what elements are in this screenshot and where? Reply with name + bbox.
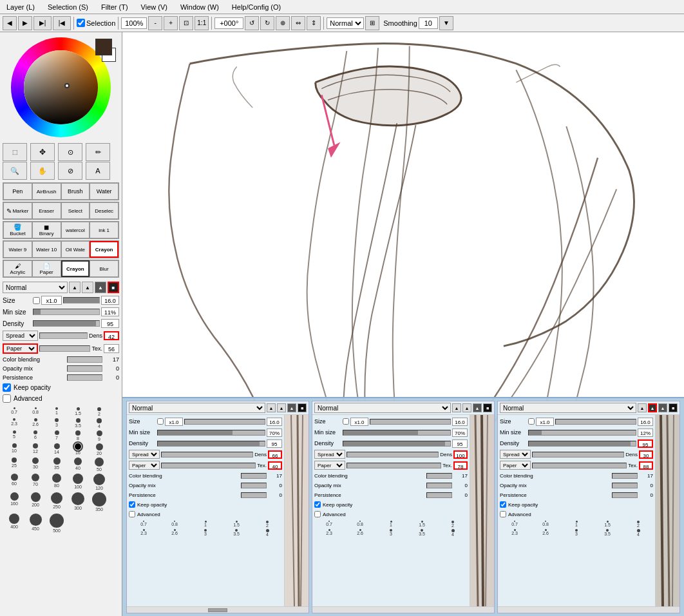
menu-layer[interactable]: Layer (L): [3, 2, 39, 12]
p2-minsize-slider[interactable]: [343, 430, 451, 436]
rotate-reset[interactable]: ⊕: [276, 16, 290, 30]
shape-btn-4[interactable]: ■: [108, 282, 119, 293]
small-dot-item[interactable]: 0.7: [314, 521, 344, 528]
min-size-slider[interactable]: [33, 309, 100, 315]
dot-item[interactable]: 4: [90, 418, 109, 428]
toolbar-forward[interactable]: ▶: [18, 16, 32, 30]
zoom-plus[interactable]: +: [164, 16, 178, 30]
brush-sub-water9[interactable]: Water 9: [3, 241, 32, 258]
small-dot-item[interactable]: 2.3: [500, 529, 529, 537]
dot-item[interactable]: 250: [47, 492, 66, 512]
p3-spread-select[interactable]: Spread: [500, 450, 531, 459]
dot-item[interactable]: 1: [47, 407, 66, 416]
p1-shape4[interactable]: ■: [298, 403, 307, 412]
small-dot-item[interactable]: 2.6: [345, 529, 375, 537]
brush-sub-watercol[interactable]: watercol: [61, 222, 90, 238]
small-dot-item[interactable]: 1: [191, 521, 220, 528]
p3-cb-slider[interactable]: [612, 473, 638, 479]
dot-item[interactable]: 12: [26, 443, 45, 456]
p2-size-slider[interactable]: [370, 419, 451, 425]
blend-mode-btn[interactable]: ⊞: [365, 16, 379, 30]
mirror-h[interactable]: ⇔: [291, 16, 305, 30]
color-blending-slider[interactable]: [67, 356, 102, 363]
dot-item[interactable]: 2: [90, 407, 109, 416]
p2-paper-select[interactable]: Paper: [314, 461, 345, 470]
paper-slider[interactable]: [39, 345, 90, 352]
tool-lasso[interactable]: ⊙: [58, 143, 82, 161]
tool-pen-tool[interactable]: ✏: [86, 143, 110, 161]
canvas-area[interactable]: Normal ▲ ▲ ▲ ■ Size x1.0 16.0: [122, 32, 684, 616]
spread-slider[interactable]: [39, 332, 88, 339]
p1-adv-cb[interactable]: [129, 511, 135, 517]
p1-shape1[interactable]: ▲: [267, 403, 276, 412]
brush-sub-paper[interactable]: 📄Paper: [32, 260, 61, 277]
advanced-checkbox[interactable]: [3, 394, 11, 403]
p2-size-cb[interactable]: [343, 418, 349, 425]
dot-item[interactable]: 80: [47, 474, 66, 490]
p2-pers-slider[interactable]: [426, 492, 452, 498]
brush-sub-blur[interactable]: Blur: [90, 260, 119, 277]
p1-scrollbar[interactable]: [127, 606, 309, 613]
zoom-input[interactable]: [121, 17, 147, 29]
small-dot-item[interactable]: 0.8: [531, 521, 560, 528]
dot-item[interactable]: 20: [90, 443, 109, 456]
keep-opacity-checkbox[interactable]: [3, 383, 11, 392]
dot-item[interactable]: 35: [47, 457, 66, 472]
brush-tab-brush[interactable]: Brush: [61, 183, 90, 200]
small-dot-item[interactable]: 2.3: [129, 529, 158, 537]
small-dot-item[interactable]: 1.5: [222, 521, 251, 528]
p1-size-slider[interactable]: [184, 419, 265, 425]
fg-color-swatch[interactable]: [95, 39, 112, 55]
brush-tab-airbrush[interactable]: AirBrush: [32, 183, 61, 200]
brush-sub-deselect[interactable]: Deselec: [90, 202, 119, 219]
color-box[interactable]: [24, 50, 98, 124]
p2-spread-select[interactable]: Spread: [314, 450, 345, 459]
p3-scrollbar[interactable]: [498, 606, 679, 613]
small-dot-item[interactable]: 2: [438, 521, 468, 528]
small-dot-item[interactable]: 1.5: [407, 521, 437, 528]
toolbar-skip-forward[interactable]: ▶|: [33, 16, 52, 30]
p2-density-slider[interactable]: [343, 441, 451, 447]
p2-adv-cb[interactable]: [314, 511, 321, 517]
brush-sub-binary[interactable]: ◼Binary: [32, 222, 61, 238]
dot-item[interactable]: 5: [5, 430, 24, 441]
toolbar-back[interactable]: ◀: [3, 16, 17, 30]
tool-zoom[interactable]: 🔍: [3, 162, 27, 180]
p1-shape3[interactable]: ▲: [287, 403, 296, 412]
dot-item[interactable]: 500: [47, 514, 66, 533]
small-dot-item[interactable]: 0.8: [345, 521, 375, 528]
dot-item[interactable]: 2.6: [26, 418, 45, 428]
menu-selection[interactable]: Selection (S): [44, 2, 92, 12]
size-slider[interactable]: [63, 297, 100, 303]
menu-filter[interactable]: Filter (T): [97, 2, 132, 12]
rotate-right[interactable]: ↻: [260, 16, 274, 30]
brush-sub-bucket[interactable]: 🪣Bucket: [3, 222, 32, 238]
p3-size-cb[interactable]: [528, 418, 535, 425]
tool-text[interactable]: A: [86, 162, 110, 180]
p1-shape2[interactable]: ▲: [277, 403, 286, 412]
p1-spread-select[interactable]: Spread: [129, 450, 160, 459]
small-dot-item[interactable]: 1: [562, 521, 591, 528]
zoom-1to1[interactable]: 1:1: [195, 16, 209, 30]
dot-item[interactable]: 25: [5, 457, 24, 472]
selection-checkbox-label[interactable]: Selection: [77, 19, 115, 27]
p3-density-slider[interactable]: [528, 441, 636, 447]
p3-paper-slider[interactable]: [532, 463, 627, 468]
p3-spread-slider[interactable]: [532, 452, 624, 457]
brush-sub-select[interactable]: Select: [61, 202, 90, 219]
dot-item[interactable]: 6: [26, 430, 45, 441]
p2-paper-slider[interactable]: [347, 463, 441, 468]
small-dot-item[interactable]: 0.7: [129, 521, 158, 528]
dot-item[interactable]: 0.7: [5, 407, 24, 416]
dot-item[interactable]: 10: [5, 443, 24, 456]
small-dot-item[interactable]: 3: [191, 529, 220, 537]
dot-item[interactable]: 9: [90, 430, 109, 441]
p2-shape2[interactable]: ▲: [462, 403, 471, 412]
p1-paper-slider[interactable]: [161, 463, 256, 468]
dot-item[interactable]: 50: [90, 457, 109, 472]
dot-item[interactable]: 450: [26, 514, 45, 533]
brush-sub-marker[interactable]: ✎Marker: [3, 202, 32, 219]
dot-item[interactable]: 160: [5, 492, 24, 512]
brush-tab-pen[interactable]: Pen: [3, 183, 32, 200]
dot-item[interactable]: 1.5: [68, 407, 88, 416]
